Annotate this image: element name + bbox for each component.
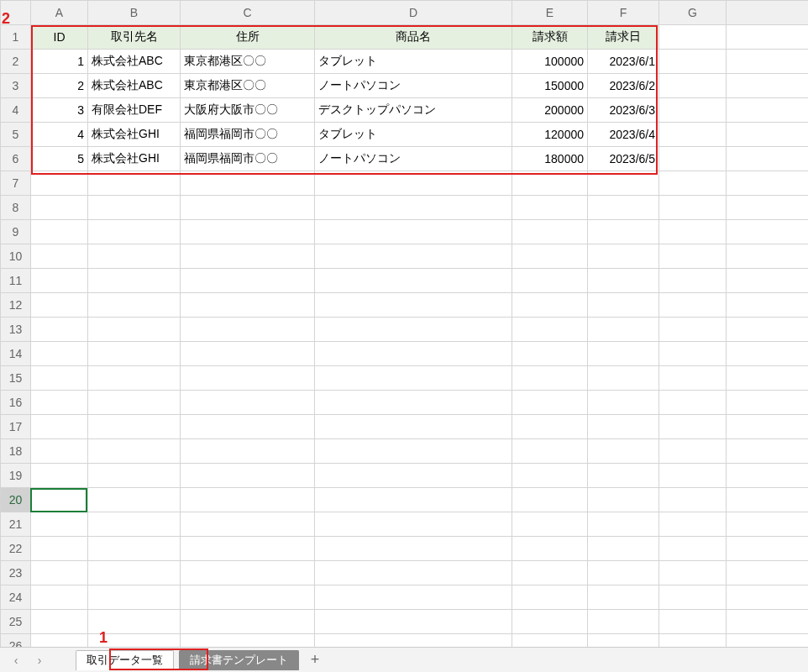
cell-empty-8-2[interactable] <box>181 196 315 220</box>
cell-empty-7-4[interactable] <box>512 171 588 196</box>
row-header-24[interactable]: 24 <box>1 585 31 610</box>
sheet-tab-active[interactable]: 取引データ一覧 <box>76 650 174 670</box>
cell-E4[interactable]: 200000 <box>512 98 588 123</box>
cell-C4[interactable]: 大阪府大阪市〇〇 <box>181 98 315 123</box>
cell-G1[interactable] <box>659 25 727 50</box>
row-header-6[interactable]: 6 <box>1 147 31 171</box>
row-header-7[interactable]: 7 <box>1 171 31 196</box>
cell-A3[interactable]: 2 <box>31 74 88 98</box>
cell-empty-9-4[interactable] <box>512 220 588 244</box>
tab-nav-next[interactable]: › <box>30 651 49 669</box>
row-header-15[interactable]: 15 <box>1 366 31 391</box>
cell-empty-10-5[interactable] <box>588 244 659 269</box>
cell-empty-7-6[interactable] <box>659 171 727 196</box>
cell-empty-7-7[interactable] <box>727 171 809 196</box>
cell-D2[interactable]: タブレット <box>315 50 512 74</box>
cell-empty-18-7[interactable] <box>727 439 809 464</box>
cell-empty-9-1[interactable] <box>88 220 181 244</box>
cell-empty-8-4[interactable] <box>512 196 588 220</box>
cell-empty-25-5[interactable] <box>588 610 659 634</box>
cell-empty-11-1[interactable] <box>88 269 181 293</box>
cell-empty-10-3[interactable] <box>315 244 512 269</box>
cell-empty-13-4[interactable] <box>512 318 588 342</box>
cell-empty-17-5[interactable] <box>588 415 659 439</box>
cell-empty-19-2[interactable] <box>181 464 315 488</box>
cell-empty-23-7[interactable] <box>727 561 809 585</box>
cell-empty-8-3[interactable] <box>315 196 512 220</box>
cell-B3[interactable]: 株式会社ABC <box>88 74 181 98</box>
cell-empty-17-4[interactable] <box>512 415 588 439</box>
cell-empty-20-6[interactable] <box>659 488 727 512</box>
cell-G2[interactable] <box>659 50 727 74</box>
row-header-4[interactable]: 4 <box>1 98 31 123</box>
cell-empty-22-5[interactable] <box>588 537 659 561</box>
cell-empty-8-7[interactable] <box>727 196 809 220</box>
cell-empty-14-0[interactable] <box>31 342 88 366</box>
cell-blank4[interactable] <box>727 98 809 123</box>
cell-empty-26-5[interactable] <box>588 634 659 648</box>
cell-empty-22-4[interactable] <box>512 537 588 561</box>
cell-empty-11-6[interactable] <box>659 269 727 293</box>
tab-nav-prev[interactable]: ‹ <box>7 651 25 669</box>
cell-empty-26-2[interactable] <box>181 634 315 648</box>
cell-empty-11-5[interactable] <box>588 269 659 293</box>
cell-C1[interactable]: 住所 <box>181 25 315 50</box>
cell-empty-22-1[interactable] <box>88 537 181 561</box>
spreadsheet-grid[interactable]: A B C D E F G 1 ID 取引先名 住所 商品名 請求額 請求日 2… <box>0 0 808 647</box>
cell-empty-18-4[interactable] <box>512 439 588 464</box>
cell-empty-13-7[interactable] <box>727 318 809 342</box>
cell-empty-11-2[interactable] <box>181 269 315 293</box>
row-header-14[interactable]: 14 <box>1 342 31 366</box>
cell-empty-10-1[interactable] <box>88 244 181 269</box>
cell-empty-9-6[interactable] <box>659 220 727 244</box>
cell-empty-14-6[interactable] <box>659 342 727 366</box>
cell-empty-16-5[interactable] <box>588 391 659 415</box>
cell-empty-11-7[interactable] <box>727 269 809 293</box>
cell-empty-9-7[interactable] <box>727 220 809 244</box>
cell-blank3[interactable] <box>727 74 809 98</box>
cell-empty-24-7[interactable] <box>727 585 809 610</box>
cell-empty-25-6[interactable] <box>659 610 727 634</box>
cell-D4[interactable]: デスクトップパソコン <box>315 98 512 123</box>
cell-empty-7-1[interactable] <box>88 171 181 196</box>
cell-empty-10-6[interactable] <box>659 244 727 269</box>
row-header-17[interactable]: 17 <box>1 415 31 439</box>
cell-A2[interactable]: 1 <box>31 50 88 74</box>
cell-empty-13-0[interactable] <box>31 318 88 342</box>
cell-empty-17-2[interactable] <box>181 415 315 439</box>
cell-empty-20-7[interactable] <box>727 488 809 512</box>
row-header-25[interactable]: 25 <box>1 610 31 634</box>
cell-empty-16-1[interactable] <box>88 391 181 415</box>
cell-F5[interactable]: 2023/6/4 <box>588 123 659 147</box>
cell-G5[interactable] <box>659 123 727 147</box>
cell-empty-23-4[interactable] <box>512 561 588 585</box>
cell-empty-23-2[interactable] <box>181 561 315 585</box>
row-header-13[interactable]: 13 <box>1 318 31 342</box>
cell-empty-25-3[interactable] <box>315 610 512 634</box>
cell-empty-17-3[interactable] <box>315 415 512 439</box>
cell-empty-17-0[interactable] <box>31 415 88 439</box>
cell-empty-7-3[interactable] <box>315 171 512 196</box>
cell-empty-18-0[interactable] <box>31 439 88 464</box>
cell-empty-23-5[interactable] <box>588 561 659 585</box>
row-header-11[interactable]: 11 <box>1 269 31 293</box>
cell-G3[interactable] <box>659 74 727 98</box>
cell-empty-25-0[interactable] <box>31 610 88 634</box>
cell-C3[interactable]: 東京都港区〇〇 <box>181 74 315 98</box>
cell-B5[interactable]: 株式会社GHI <box>88 123 181 147</box>
cell-empty-15-4[interactable] <box>512 366 588 391</box>
cell-empty-12-3[interactable] <box>315 293 512 318</box>
row-header-21[interactable]: 21 <box>1 512 31 537</box>
cell-empty-9-5[interactable] <box>588 220 659 244</box>
cell-empty-12-0[interactable] <box>31 293 88 318</box>
cell-empty-21-2[interactable] <box>181 512 315 537</box>
cell-empty-16-6[interactable] <box>659 391 727 415</box>
cell-empty-14-2[interactable] <box>181 342 315 366</box>
cell-empty-16-3[interactable] <box>315 391 512 415</box>
row-header-8[interactable]: 8 <box>1 196 31 220</box>
cell-empty-20-3[interactable] <box>315 488 512 512</box>
cell-empty-16-7[interactable] <box>727 391 809 415</box>
cell-empty-8-5[interactable] <box>588 196 659 220</box>
cell-empty-11-3[interactable] <box>315 269 512 293</box>
cell-blank5[interactable] <box>727 123 809 147</box>
